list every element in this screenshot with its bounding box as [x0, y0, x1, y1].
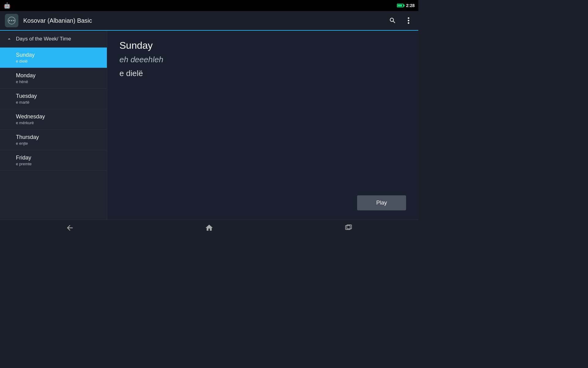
svg-point-2 [13, 20, 15, 21]
search-button[interactable] [388, 16, 398, 25]
svg-point-3 [408, 17, 409, 19]
list-item-tuesday[interactable]: Tuesday e martë [0, 89, 107, 109]
list-item-sunday[interactable]: Sunday e dielë [0, 48, 107, 68]
app-bar-actions [388, 16, 413, 25]
svg-point-1 [11, 20, 13, 21]
play-button-container: Play [357, 195, 406, 210]
collapse-icon[interactable] [6, 36, 12, 42]
list-item-wednesday[interactable]: Wednesday e mërkurë [0, 109, 107, 130]
svg-point-4 [408, 20, 409, 21]
list-item-subtitle-monday: e hënë [16, 79, 102, 84]
battery-icon [397, 4, 404, 7]
time-display: 2:28 [406, 3, 415, 8]
list-item-subtitle-friday: e premte [16, 162, 102, 166]
list-item-monday[interactable]: Monday e hënë [0, 68, 107, 89]
back-button[interactable] [62, 222, 77, 233]
app-title: Kosovar (Albanian) Basic [23, 17, 383, 24]
home-button[interactable] [202, 222, 217, 233]
word-phonetic: eh deeehleh [119, 55, 406, 64]
category-header: Days of the Week/ Time [0, 31, 107, 48]
app-icon [5, 14, 18, 27]
list-item-subtitle-thursday: e enjte [16, 141, 102, 146]
overflow-menu-button[interactable] [404, 16, 413, 25]
category-title: Days of the Week/ Time [16, 36, 71, 42]
list-item-subtitle-sunday: e dielë [16, 59, 102, 63]
status-bar: 🤖 2:28 [0, 0, 418, 11]
list-item-title-wednesday: Wednesday [16, 113, 102, 120]
status-bar-right: 2:28 [397, 3, 415, 8]
list-item-title-monday: Monday [16, 72, 102, 79]
list-item-title-tuesday: Tuesday [16, 93, 102, 99]
bottom-nav [0, 220, 418, 236]
status-bar-left: 🤖 [4, 2, 10, 9]
left-panel: Days of the Week/ Time Sunday e dielë Mo… [0, 31, 107, 220]
list-item-subtitle-tuesday: e martë [16, 100, 102, 105]
list-item-subtitle-wednesday: e mërkurë [16, 121, 102, 125]
word-native: e dielë [119, 69, 406, 78]
main-content: Days of the Week/ Time Sunday e dielë Mo… [0, 31, 418, 220]
word-english: Sunday [119, 40, 406, 51]
app-bar: Kosovar (Albanian) Basic [0, 11, 418, 31]
list-item-title-sunday: Sunday [16, 52, 102, 58]
svg-point-0 [9, 20, 10, 21]
android-icon: 🤖 [4, 2, 10, 9]
list-item-friday[interactable]: Friday e premte [0, 150, 107, 171]
play-button[interactable]: Play [357, 195, 406, 210]
recents-button[interactable] [341, 222, 356, 233]
list-item-title-friday: Friday [16, 155, 102, 161]
svg-point-5 [408, 22, 409, 24]
list-item-thursday[interactable]: Thursday e enjte [0, 130, 107, 150]
right-panel: Sunday eh deeehleh e dielë Play [107, 31, 418, 220]
list-item-title-thursday: Thursday [16, 134, 102, 140]
